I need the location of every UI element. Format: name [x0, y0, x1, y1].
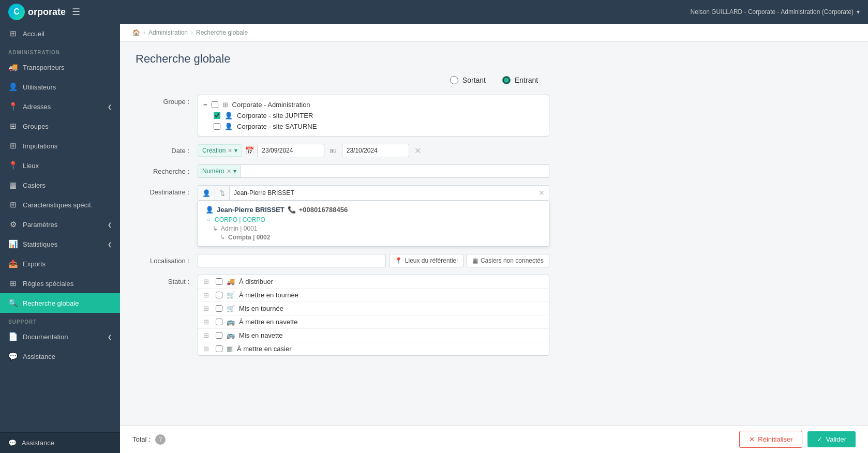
- sidebar-item-label: Recherche globale: [23, 299, 79, 307]
- destinataire-input-row: 👤 ⇅ ✕: [198, 185, 549, 201]
- sidebar-item-utilisateurs[interactable]: 👤 Utilisateurs: [0, 77, 120, 97]
- recherche-type-tag[interactable]: Numéro ✕ ▾: [198, 164, 241, 178]
- localisation-input[interactable]: [198, 254, 386, 267]
- logo[interactable]: C orporate: [8, 4, 66, 20]
- breadcrumb-admin[interactable]: Administration: [148, 29, 188, 36]
- sidebar-item-caracteristiques[interactable]: ⊞ Caractéristiques spécif.: [0, 195, 120, 215]
- date-control: Création ✕ ▾ 📅 au ✕: [198, 144, 852, 157]
- date-type-chevron-icon[interactable]: ▾: [234, 147, 237, 154]
- sidebar-item-documentation[interactable]: 📄 Documentation ❮: [0, 327, 120, 346]
- recherche-type-chevron-icon[interactable]: ▾: [233, 168, 236, 175]
- sidebar-item-accueil[interactable]: ⊞ Accueil: [0, 24, 120, 43]
- sidebar-item-transporteurs[interactable]: 🚚 Transporteurs: [0, 57, 120, 77]
- location-icon: 📍: [8, 161, 18, 170]
- date-clear-icon[interactable]: ✕: [414, 146, 421, 156]
- sidebar-item-label: Statistiques: [23, 240, 57, 248]
- date-from-input[interactable]: [257, 144, 324, 157]
- logo-circle: C: [8, 4, 25, 20]
- group-minus-icon[interactable]: −: [203, 101, 207, 109]
- recherche-control: Numéro ✕ ▾: [198, 164, 852, 178]
- date-type-clear-icon[interactable]: ✕: [228, 147, 232, 154]
- grid-icon: ⊞: [8, 122, 18, 131]
- statut-box: ⊞ 🚚 À distribuer ⊞ 🛒 À mettre en tournée: [198, 275, 549, 356]
- statut-check-navette[interactable]: [216, 319, 222, 325]
- sidebar-item-label: Règles spéciales: [23, 280, 73, 288]
- statut-check-mis-navette[interactable]: [216, 332, 222, 339]
- date-row: Date : Création ✕ ▾ 📅 au ✕: [136, 144, 852, 157]
- destinataire-switch-icon[interactable]: ⇅: [215, 186, 230, 200]
- map-pin-icon: 📍: [8, 102, 18, 111]
- groupe-row: Groupe : − ⊞ Corporate - Administration …: [136, 95, 852, 137]
- user-menu[interactable]: Nelson GUILLARD - Corporate - Administra…: [691, 8, 860, 16]
- casiers-non-connectes-button[interactable]: ▦ Casiers non connectés: [467, 254, 549, 267]
- recherche-value-input[interactable]: [241, 164, 549, 178]
- sidebar-item-statistiques[interactable]: 📊 Statistiques ❮: [0, 234, 120, 254]
- date-type-text: Création: [202, 147, 226, 154]
- home-breadcrumb-icon[interactable]: 🏠: [132, 29, 140, 36]
- statut-expand-tournee[interactable]: ⊞: [203, 291, 212, 299]
- logo-text: orporate: [28, 7, 66, 18]
- recherche-type-text: Numéro: [202, 168, 225, 175]
- group-checkbox-jupiter[interactable]: [214, 112, 220, 119]
- assistance-tab[interactable]: 💬 Assistance: [0, 432, 120, 453]
- valider-button[interactable]: ✓ Valider: [807, 431, 856, 447]
- sidebar-item-exports[interactable]: 📤 Exports: [0, 254, 120, 274]
- destinataire-person-icon[interactable]: 👤: [198, 186, 215, 200]
- destinataire-clear-icon[interactable]: ✕: [534, 186, 549, 200]
- sidebar-item-casiers[interactable]: ▦ Casiers: [0, 175, 120, 195]
- radio-sortant[interactable]: Sortant: [450, 76, 486, 84]
- page-body: Recherche globale Sortant Entrant Groupe…: [120, 42, 868, 453]
- sidebar-item-label: Utilisateurs: [23, 83, 56, 91]
- statut-check-tournee[interactable]: [216, 292, 222, 298]
- sidebar-section-admin: ADMINISTRATION: [0, 43, 120, 57]
- dest-phone-icon: 📞: [288, 206, 296, 214]
- group-checkbox-saturne[interactable]: [214, 123, 220, 130]
- radio-entrant[interactable]: Entrant: [502, 76, 538, 84]
- calendar-icon[interactable]: 📅: [245, 146, 254, 155]
- statut-row-casier: ⊞ ▦ À mettre en casier: [198, 342, 549, 355]
- radio-sortant-input[interactable]: [450, 76, 458, 84]
- lieux-referentiel-label: Lieux du référentiel: [405, 257, 458, 264]
- home-icon: ⊞: [8, 29, 18, 38]
- sidebar-item-label: Exports: [23, 260, 46, 268]
- date-type-tag[interactable]: Création ✕ ▾: [198, 144, 242, 157]
- sidebar-item-imputations[interactable]: ⊞ Imputations: [0, 136, 120, 156]
- statut-icon-navette: 🚌: [227, 318, 235, 326]
- destinataire-input[interactable]: [230, 187, 534, 199]
- sidebar-item-lieux[interactable]: 📍 Lieux: [0, 156, 120, 175]
- sidebar-item-recherche[interactable]: 🔍 Recherche globale: [0, 293, 120, 313]
- sidebar-item-groupes[interactable]: ⊞ Groupes: [0, 116, 120, 136]
- date-to-input[interactable]: [342, 144, 409, 157]
- statut-check-casier[interactable]: [216, 345, 222, 352]
- sidebar-item-parametres[interactable]: ⚙ Paramètres ❮: [0, 215, 120, 234]
- statut-expand-distribuer[interactable]: ⊞: [203, 278, 212, 285]
- breadcrumb-sep2: ›: [191, 29, 193, 36]
- statut-expand-navette[interactable]: ⊞: [203, 318, 212, 326]
- statut-check-distribuer[interactable]: [216, 278, 222, 285]
- group-checkbox-admin[interactable]: [212, 101, 218, 108]
- org-arrow-icon: ↔: [205, 216, 212, 223]
- direction-radio-group: Sortant Entrant: [136, 76, 852, 84]
- sidebar-item-label: Documentation: [23, 333, 68, 341]
- location-pin-icon: 📍: [395, 257, 402, 264]
- group-row-jupiter: 👤 Corporate - site JUPITER: [214, 110, 544, 121]
- sidebar-item-adresses[interactable]: 📍 Adresses ❮: [0, 97, 120, 116]
- statut-expand-mis-tournee[interactable]: ⊞: [203, 305, 212, 312]
- breadcrumb-sep: ›: [143, 29, 145, 36]
- statut-label-tournee: À mettre en tournée: [239, 291, 298, 299]
- dest-name-text: Jean-Pierre BRISSET: [217, 206, 285, 214]
- main-content: 🏠 › Administration › Recherche globale R…: [120, 24, 868, 453]
- sidebar-item-assistance[interactable]: 💬 Assistance: [0, 346, 120, 366]
- recherche-type-clear-icon[interactable]: ✕: [227, 168, 231, 175]
- lieux-referentiel-button[interactable]: 📍 Lieux du référentiel: [389, 254, 463, 267]
- group-user-icon-jupiter: 👤: [225, 112, 233, 119]
- radio-entrant-input[interactable]: [502, 76, 511, 84]
- statut-expand-casier[interactable]: ⊞: [203, 345, 212, 353]
- statut-expand-mis-navette[interactable]: ⊞: [203, 331, 212, 339]
- sidebar-item-label: Imputations: [23, 142, 57, 150]
- sidebar-item-regles[interactable]: ⊞ Règles spéciales: [0, 274, 120, 293]
- breadcrumb: 🏠 › Administration › Recherche globale: [120, 24, 868, 42]
- hamburger-icon[interactable]: ☰: [72, 6, 80, 18]
- reinitialiser-button[interactable]: ✕ Réinitialiser: [739, 431, 802, 448]
- statut-check-mis-tournee[interactable]: [216, 305, 222, 312]
